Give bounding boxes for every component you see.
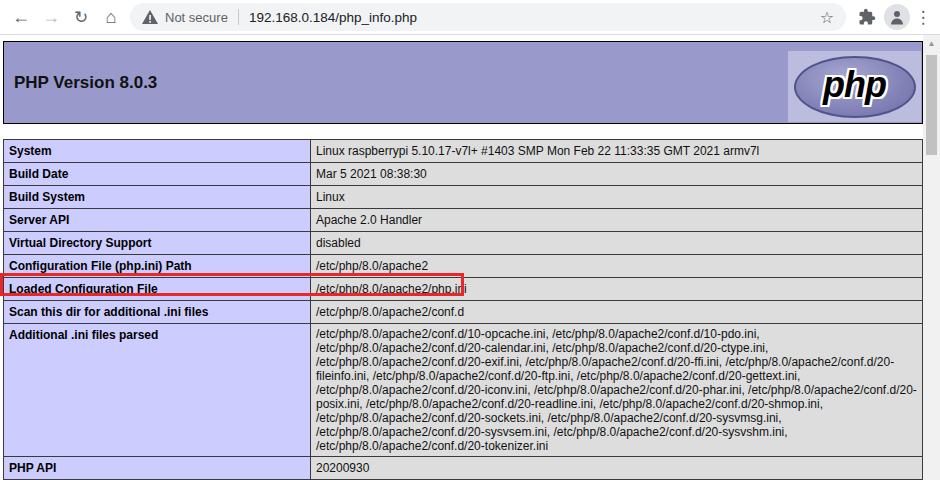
- table-row: PHP API20200930: [4, 457, 923, 480]
- address-bar[interactable]: Not secure 192.168.0.184/php_info.php ☆: [130, 3, 846, 31]
- browser-toolbar: ← → ↻ ⌂ Not secure 192.168.0.184/php_inf…: [0, 0, 940, 35]
- row-label: Loaded Configuration File: [4, 278, 311, 301]
- avatar-icon: [884, 4, 910, 30]
- phpinfo-header: PHP Version 8.0.3 php: [3, 41, 923, 124]
- row-label: Server API: [4, 209, 311, 232]
- php-logo-ellipse: php: [794, 56, 916, 118]
- row-label: Virtual Directory Support: [4, 232, 311, 255]
- row-label: PHP API: [4, 457, 311, 480]
- php-logo: php: [788, 51, 921, 122]
- row-value: Linux: [311, 186, 923, 209]
- reload-icon[interactable]: ↻: [66, 2, 96, 32]
- row-label: Additional .ini files parsed: [4, 324, 311, 457]
- phpinfo-table: SystemLinux raspberrypi 5.10.17-v7l+ #14…: [3, 139, 923, 480]
- extensions-icon[interactable]: [852, 2, 882, 32]
- row-value: Apache 2.0 Handler: [311, 209, 923, 232]
- vertical-scrollbar[interactable]: ▲: [923, 35, 940, 480]
- row-value: /etc/php/8.0/apache2/conf.d: [311, 301, 923, 324]
- row-value: Mar 5 2021 08:38:30: [311, 163, 923, 186]
- row-value: /etc/php/8.0/apache2: [311, 255, 923, 278]
- table-row: Loaded Configuration File/etc/php/8.0/ap…: [4, 278, 923, 301]
- row-label: Scan this dir for additional .ini files: [4, 301, 311, 324]
- url-text[interactable]: 192.168.0.184/php_info.php: [249, 10, 820, 25]
- security-label[interactable]: Not secure: [165, 10, 228, 25]
- browser-menu-icon[interactable]: ⋮: [912, 2, 934, 32]
- omnibox-divider: [238, 9, 239, 25]
- row-label: Build Date: [4, 163, 311, 186]
- row-value: disabled: [311, 232, 923, 255]
- table-row: Configuration File (php.ini) Path/etc/ph…: [4, 255, 923, 278]
- forward-icon[interactable]: →: [36, 2, 66, 32]
- table-row: SystemLinux raspberrypi 5.10.17-v7l+ #14…: [4, 140, 923, 163]
- scrollbar-thumb[interactable]: [926, 55, 937, 155]
- table-row: Scan this dir for additional .ini files/…: [4, 301, 923, 324]
- row-value: Linux raspberrypi 5.10.17-v7l+ #1403 SMP…: [311, 140, 923, 163]
- row-label: Configuration File (php.ini) Path: [4, 255, 311, 278]
- phpinfo-table-body: SystemLinux raspberrypi 5.10.17-v7l+ #14…: [4, 140, 923, 480]
- back-icon[interactable]: ←: [6, 2, 36, 32]
- scroll-up-icon[interactable]: ▲: [923, 35, 940, 51]
- not-secure-warning-icon[interactable]: [142, 10, 158, 24]
- table-row: Build DateMar 5 2021 08:38:30: [4, 163, 923, 186]
- table-row: Additional .ini files parsed/etc/php/8.0…: [4, 324, 923, 457]
- home-icon[interactable]: ⌂: [96, 2, 126, 32]
- table-row: Server APIApache 2.0 Handler: [4, 209, 923, 232]
- row-value: /etc/php/8.0/apache2/php.ini: [311, 278, 923, 301]
- page-title: PHP Version 8.0.3: [4, 73, 157, 93]
- phpinfo-page: PHP Version 8.0.3 php SystemLinux raspbe…: [0, 35, 923, 480]
- row-value: /etc/php/8.0/apache2/conf.d/10-opcache.i…: [311, 324, 923, 457]
- row-label: System: [4, 140, 311, 163]
- profile-avatar[interactable]: [882, 2, 912, 32]
- table-row: Virtual Directory Supportdisabled: [4, 232, 923, 255]
- row-value: 20200930: [311, 457, 923, 480]
- bookmark-star-icon[interactable]: ☆: [820, 8, 834, 27]
- table-row: Build SystemLinux: [4, 186, 923, 209]
- php-logo-icon: php: [823, 64, 886, 110]
- row-label: Build System: [4, 186, 311, 209]
